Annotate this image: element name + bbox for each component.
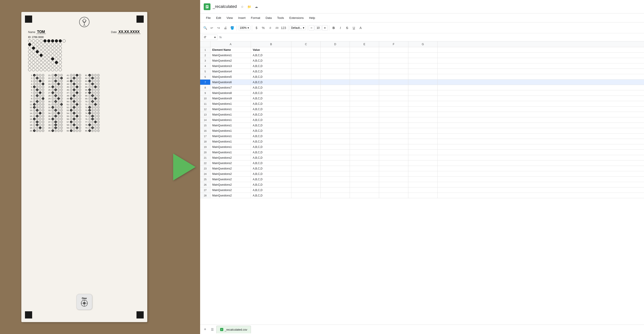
cell-G[interactable] [408, 160, 438, 166]
cell-C[interactable] [292, 53, 321, 58]
cell-F[interactable] [379, 74, 408, 79]
cell-E[interactable] [350, 139, 379, 144]
cell-D[interactable] [321, 187, 350, 193]
cell-A[interactable]: MainQuestions9 [210, 96, 251, 101]
cell-B[interactable]: A,B,C,D [251, 123, 292, 128]
cell-F[interactable] [379, 155, 408, 160]
cell-A[interactable]: MainQuestions1 [210, 133, 251, 139]
cell-G[interactable] [408, 58, 438, 63]
cell-D[interactable] [321, 112, 350, 117]
cell-D[interactable] [321, 139, 350, 144]
zoom-control[interactable]: 100% ▾ [238, 26, 250, 30]
col-header-F[interactable]: F [379, 41, 408, 47]
cell-A[interactable]: MainQuestions1 [210, 53, 251, 58]
cell-A[interactable]: MainQuestions1 [210, 150, 251, 155]
cell-A[interactable]: MainQuestions2 [210, 160, 251, 166]
cell-B[interactable]: A,B,C,D [251, 74, 292, 79]
cell-A[interactable]: MainQuestions5 [210, 74, 251, 79]
cloud-icon[interactable]: ☁ [254, 4, 259, 9]
cell-C[interactable] [292, 182, 321, 187]
cell-C[interactable] [292, 80, 321, 85]
table-row[interactable]: 17MainQuestions1A,B,C,D [200, 133, 644, 139]
col-header-D[interactable]: D [321, 41, 350, 47]
cell-G[interactable] [408, 53, 438, 58]
cell-G[interactable] [408, 90, 438, 95]
cell-D[interactable] [321, 90, 350, 95]
cell-G[interactable] [408, 128, 438, 133]
cell-E[interactable] [350, 69, 379, 74]
font-size-decrease-btn[interactable]: − [309, 25, 314, 30]
cell-F[interactable] [379, 193, 408, 198]
cell-F[interactable] [379, 85, 408, 90]
table-row[interactable]: 22MainQuestions2A,B,C,D [200, 160, 644, 166]
cell-F[interactable] [379, 166, 408, 171]
col-header-C[interactable]: C [292, 41, 321, 47]
cell-F[interactable] [379, 63, 408, 68]
cell-E[interactable] [350, 63, 379, 68]
cell-D[interactable] [321, 128, 350, 133]
table-row[interactable]: 26MainQuestions2A,B,C,D [200, 182, 644, 187]
cell-C[interactable] [292, 187, 321, 193]
cell-A[interactable]: MainQuestions4 [210, 69, 251, 74]
cell-G[interactable] [408, 139, 438, 144]
cell-D[interactable] [321, 117, 350, 122]
cell-D[interactable] [321, 85, 350, 90]
cell-B[interactable]: A,B,C,D [251, 80, 292, 85]
cell-B[interactable]: A,B,C,D [251, 177, 292, 182]
cell-F[interactable] [379, 128, 408, 133]
cell-D[interactable] [321, 123, 350, 128]
cell-E[interactable] [350, 193, 379, 198]
cell-F[interactable] [379, 53, 408, 58]
cell-E[interactable] [350, 117, 379, 122]
col-header-E[interactable]: E [350, 41, 379, 47]
table-row[interactable]: 23MainQuestions2A,B,C,D [200, 166, 644, 171]
cell-E[interactable] [350, 123, 379, 128]
menu-extensions[interactable]: Extensions [287, 15, 306, 20]
menu-format[interactable]: Format [249, 15, 262, 20]
cell-A[interactable]: Element Name [210, 47, 251, 52]
cell-C[interactable] [292, 123, 321, 128]
cell-C[interactable] [292, 112, 321, 117]
cell-E[interactable] [350, 106, 379, 112]
bold-btn[interactable]: B [330, 25, 337, 31]
cell-B[interactable]: A,B,C,D [251, 101, 292, 106]
cell-B[interactable]: A,B,C,D [251, 90, 292, 95]
cell-E[interactable] [350, 58, 379, 63]
menu-edit[interactable]: Edit [214, 15, 223, 20]
cell-A[interactable]: MainQuestions2 [210, 171, 251, 176]
italic-btn[interactable]: I [337, 25, 344, 31]
cell-F[interactable] [379, 101, 408, 106]
cell-B[interactable]: A,B,C,D [251, 187, 292, 193]
cell-E[interactable] [350, 150, 379, 155]
cell-B[interactable]: A,B,C,D [251, 166, 292, 171]
cell-E[interactable] [350, 155, 379, 160]
cell-A[interactable]: MainQuestions2 [210, 177, 251, 182]
table-row[interactable]: 18MainQuestions1A,B,C,D [200, 139, 644, 144]
cell-B[interactable]: A,B,C,D [251, 160, 292, 166]
cell-F[interactable] [379, 117, 408, 122]
cell-A[interactable]: MainQuestions3 [210, 63, 251, 68]
cell-B[interactable]: A,B,C,D [251, 139, 292, 144]
menu-file[interactable]: File [204, 15, 213, 20]
table-row[interactable]: 25MainQuestions2A,B,C,D [200, 177, 644, 182]
text-color-btn[interactable]: A [358, 25, 364, 31]
cell-F[interactable] [379, 96, 408, 101]
table-row[interactable]: 6MainQuestions5A,B,C,D [200, 74, 644, 80]
cell-E[interactable] [350, 182, 379, 187]
cell-C[interactable] [292, 117, 321, 122]
cell-C[interactable] [292, 58, 321, 63]
cell-D[interactable] [321, 101, 350, 106]
cell-C[interactable] [292, 166, 321, 171]
cell-G[interactable] [408, 182, 438, 187]
cell-C[interactable] [292, 128, 321, 133]
cell-A[interactable]: MainQuestions1 [210, 117, 251, 122]
cell-B[interactable]: A,B,C,D [251, 53, 292, 58]
table-row[interactable]: 2MainQuestions1A,B,C,D [200, 53, 644, 58]
table-row[interactable]: 13MainQuestions1A,B,C,D [200, 112, 644, 117]
cell-B[interactable]: A,B,C,D [251, 58, 292, 63]
table-row[interactable]: 11MainQuestions1A,B,C,D [200, 101, 644, 106]
cell-F[interactable] [379, 80, 408, 85]
cell-B[interactable]: A,B,C,D [251, 144, 292, 149]
cell-F[interactable] [379, 133, 408, 139]
cell-G[interactable] [408, 123, 438, 128]
